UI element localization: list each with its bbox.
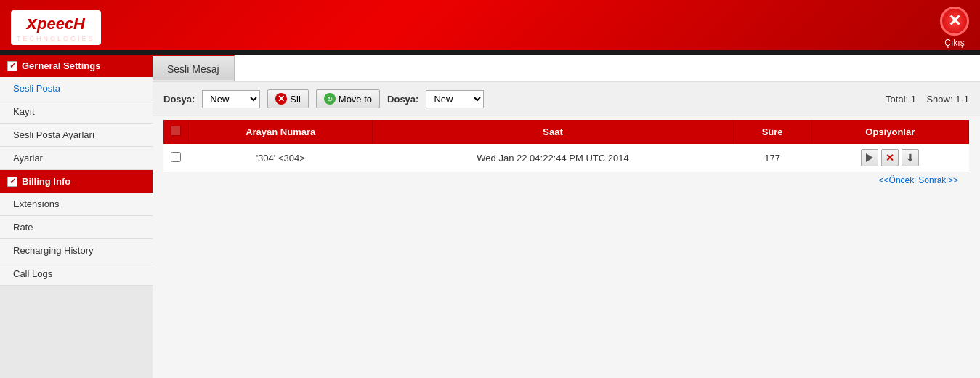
logo-box: x peecH TECHNOLOGIES <box>11 10 101 45</box>
delete-label: Sil <box>290 94 300 105</box>
row-delete-icon: ✕ <box>886 152 894 164</box>
sidebar-item-ayarlar[interactable]: Ayarlar <box>0 147 153 170</box>
dosya-label-2: Dosya: <box>387 94 418 105</box>
play-icon <box>866 153 873 162</box>
play-button[interactable] <box>861 149 878 166</box>
billing-info-label: Billing Info <box>22 176 70 187</box>
dosya-select-2[interactable]: New Old Saved Trash <box>426 90 484 108</box>
general-settings-label: Gerneral Settings <box>22 60 100 71</box>
row-checkbox-cell <box>163 144 189 172</box>
sidebar-item-call-logs[interactable]: Call Logs <box>0 262 153 286</box>
pagination-show: Show: 1-1 <box>926 94 969 105</box>
header-checkbox[interactable] <box>171 126 181 136</box>
row-saat: Wed Jan 22 04:22:44 PM UTC 2014 <box>373 144 733 172</box>
exit-button[interactable]: ✕ Çıkış <box>940 7 969 48</box>
table-container: Arayan Numara Saat Süre Opsiyonlar '304'… <box>153 120 980 196</box>
exit-icon: ✕ <box>940 7 969 36</box>
pagination-info: Total: 1 Show: 1-1 <box>886 94 969 105</box>
move-to-button[interactable]: ↻ Move to <box>316 89 380 108</box>
col-sure: Süre <box>733 120 811 144</box>
page-title: Sesli Mesaj <box>167 63 219 75</box>
download-icon: ⬇ <box>906 152 915 164</box>
dosya-label-1: Dosya: <box>163 94 195 105</box>
logo-sub: TECHNOLOGIES <box>17 35 95 42</box>
exit-label: Çıkış <box>944 38 964 48</box>
billing-info-checkbox[interactable] <box>7 177 17 187</box>
table-row: '304' <304> Wed Jan 22 04:22:44 PM UTC 2… <box>163 144 969 172</box>
sesli-posta-link[interactable]: Sesli Posta <box>13 83 60 94</box>
layout: Gerneral Settings Sesli Posta Kayıt Sesl… <box>0 55 980 378</box>
sidebar-item-kayit[interactable]: Kayıt <box>0 100 153 124</box>
sidebar-item-rate[interactable]: Rate <box>0 216 153 239</box>
move-to-label: Move to <box>339 94 372 105</box>
row-arayan-numara: '304' <304> <box>189 144 373 172</box>
row-sure: 177 <box>733 144 811 172</box>
sidebar-item-sesli-posta[interactable]: Sesli Posta <box>0 77 153 100</box>
nav-links: <<Önceki Sonraki>> <box>163 172 969 188</box>
row-options: ✕ ⬇ <box>811 144 968 172</box>
delete-button[interactable]: ✕ Sil <box>267 89 308 108</box>
messages-table: Arayan Numara Saat Süre Opsiyonlar '304'… <box>163 120 969 172</box>
header: x peecH TECHNOLOGIES ✕ Çıkış <box>0 0 980 55</box>
page-title-tab: Sesli Mesaj <box>153 55 235 81</box>
table-body: '304' <304> Wed Jan 22 04:22:44 PM UTC 2… <box>163 144 969 172</box>
sidebar-item-recharging-history[interactable]: Recharging History <box>0 239 153 262</box>
pagination-total: Total: 1 <box>886 94 916 105</box>
col-arayan-numara: Arayan Numara <box>189 120 373 144</box>
delete-icon: ✕ <box>275 93 287 105</box>
logo-x: x <box>27 13 37 32</box>
logo: x peecH TECHNOLOGIES <box>11 10 101 45</box>
next-link[interactable]: Sonraki>> <box>918 175 958 185</box>
logo-main: peecH <box>37 15 85 33</box>
prev-link[interactable]: <<Önceki <box>879 175 916 185</box>
toolbar: Dosya: New Old Saved Trash ✕ Sil ↻ Move … <box>153 82 980 116</box>
move-icon: ↻ <box>324 93 336 105</box>
sidebar-section-billing[interactable]: Billing Info <box>0 170 153 193</box>
general-settings-checkbox[interactable] <box>7 61 17 71</box>
sidebar-section-general[interactable]: Gerneral Settings <box>0 55 153 77</box>
col-checkbox <box>163 120 189 144</box>
col-opsiyonlar: Opsiyonlar <box>811 120 968 144</box>
row-delete-button[interactable]: ✕ <box>881 149 899 166</box>
sidebar-item-sesli-posta-ayarlari[interactable]: Sesli Posta Ayarları <box>0 124 153 147</box>
col-saat: Saat <box>373 120 733 144</box>
download-button[interactable]: ⬇ <box>902 149 919 166</box>
main-content: Sesli Mesaj Dosya: New Old Saved Trash ✕… <box>153 55 980 378</box>
action-icons: ✕ ⬇ <box>819 149 961 166</box>
sidebar: Gerneral Settings Sesli Posta Kayıt Sesl… <box>0 55 153 378</box>
row-checkbox[interactable] <box>171 152 181 162</box>
dosya-select-1[interactable]: New Old Saved Trash <box>202 90 260 108</box>
page-title-bar: Sesli Mesaj <box>153 55 980 82</box>
sidebar-item-extensions[interactable]: Extensions <box>0 193 153 216</box>
table-header: Arayan Numara Saat Süre Opsiyonlar <box>163 120 969 144</box>
